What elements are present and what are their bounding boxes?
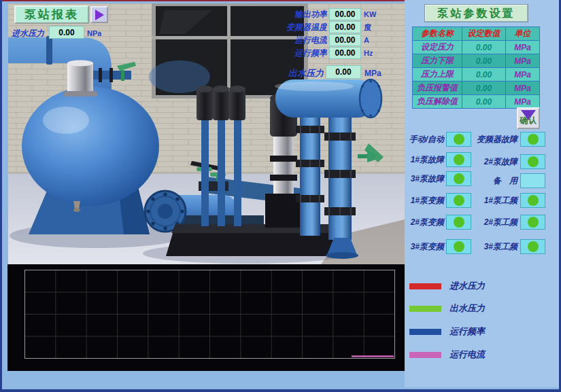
inverter-temp-unit: 度 — [364, 21, 371, 33]
chart-grid — [25, 270, 395, 359]
status-label-inverter-fault: 变频器故障 — [470, 132, 517, 147]
status-label-pump2-fault: 2#泵故障 — [470, 154, 517, 169]
trend-chart-svg — [7, 264, 405, 371]
output-power-label: 输出功率 — [271, 8, 327, 20]
status-lamp-pump2-mains — [520, 215, 545, 230]
status-label-pump2-vfd: 2#泵变频 — [402, 215, 444, 230]
param-name: 设定压力 — [413, 41, 462, 54]
status-label-pump2-mains: 2#泵工频 — [470, 215, 517, 230]
run-frequency-label: 运行频率 — [271, 47, 327, 59]
table-row: 负压解除值 0.00 MPa — [413, 95, 540, 109]
param-name: 压力下限 — [413, 54, 462, 68]
legend-label-outlet-pressure: 出水压力 — [449, 303, 485, 314]
param-name: 负压报警值 — [413, 82, 462, 95]
run-frequency-unit: Hz — [364, 47, 373, 59]
output-power-unit: KW — [364, 8, 376, 20]
play-triangle-icon — [95, 10, 104, 20]
status-lamp-spare — [520, 173, 545, 188]
lamp-on-dot — [454, 241, 464, 252]
confirm-label: 确认 — [520, 115, 537, 126]
param-value[interactable]: 0.00 — [462, 41, 506, 54]
legend-swatch-outlet-pressure — [409, 306, 441, 312]
param-name: 压力上限 — [413, 68, 462, 82]
confirm-button[interactable]: 确认 — [517, 107, 540, 129]
lamp-on-dot — [528, 241, 539, 252]
trend-chart — [7, 264, 405, 371]
status-lamp-pump3-fault — [446, 171, 471, 186]
lamp-on-dot — [454, 217, 464, 228]
legend-label-inlet-pressure: 进水压力 — [449, 281, 485, 291]
parameter-table: 参数名称 设定数值 单位 设定压力 0.00 MPa 压力下限 0.00 MPa… — [412, 26, 540, 109]
report-nav-button[interactable] — [90, 6, 108, 23]
status-lamp-pump3-mains — [520, 239, 545, 254]
table-header-row: 参数名称 设定数值 单位 — [413, 27, 540, 41]
header-manifold — [275, 79, 381, 118]
param-name: 负压解除值 — [413, 95, 462, 109]
settings-panel-title: 泵站参数设置 — [424, 4, 528, 22]
run-current-value: 00.00 — [329, 34, 361, 46]
status-label-pump1-vfd: 1#泵变频 — [402, 193, 444, 208]
col-set-value: 设定数值 — [462, 27, 506, 41]
status-lamp-pump2-fault — [520, 154, 545, 169]
status-lamp-pump1-mains — [520, 193, 545, 208]
param-value[interactable]: 0.00 — [462, 95, 506, 109]
status-lamp-manual-auto — [446, 132, 471, 147]
param-unit: MPa — [506, 54, 540, 68]
lamp-on-dot — [454, 195, 464, 206]
lamp-on-dot — [528, 156, 539, 167]
legend-label-run-current: 运行电流 — [449, 349, 485, 360]
table-row: 压力下限 0.00 MPa — [413, 54, 540, 68]
table-row: 负压报警值 0.00 MPa — [413, 82, 540, 95]
outlet-pressure-label: 出水压力 — [288, 67, 324, 79]
inverter-temp-value: 00.00 — [329, 21, 361, 33]
legend-swatch-inlet-pressure — [409, 283, 441, 289]
report-button[interactable]: 泵站报表 — [14, 5, 89, 24]
param-unit: MPa — [506, 68, 540, 82]
status-label-manual-auto: 手动/自动 — [402, 132, 444, 147]
legend-label-run-frequency: 运行频率 — [449, 326, 485, 337]
run-current-label: 运行电流 — [271, 34, 327, 46]
status-lamp-pump1-fault — [446, 152, 471, 167]
inlet-pressure-label: 进水压力 — [12, 27, 48, 39]
lamp-on-dot — [454, 134, 464, 145]
col-unit: 单位 — [506, 27, 540, 41]
lamp-on-dot — [528, 134, 539, 145]
inverter-temp-label: 变频器温度 — [271, 21, 327, 33]
lamp-on-dot — [454, 173, 464, 184]
status-label-pump1-mains: 1#泵工频 — [470, 193, 517, 208]
param-value[interactable]: 0.00 — [462, 54, 506, 68]
pump-motors-rear — [197, 86, 245, 226]
outlet-pressure-unit: MPa — [364, 67, 381, 79]
param-value[interactable]: 0.00 — [462, 68, 506, 82]
legend-swatch-run-frequency — [409, 329, 441, 335]
inlet-pressure-unit: NPa — [87, 27, 101, 39]
hmi-pump-station-screen: 泵站报表 进水压力 0.00 NPa 输出功率 00.00 KW 变频器温度 0… — [0, 0, 561, 392]
status-lamp-pump1-vfd — [446, 193, 471, 208]
status-label-pump3-vfd: 3#泵变频 — [402, 239, 444, 254]
lamp-on-dot — [454, 154, 464, 165]
outlet-pressure-value: 0.00 — [326, 65, 361, 79]
output-power-value: 00.00 — [329, 8, 361, 20]
inlet-pressure-value: 0.00 — [49, 26, 84, 39]
status-label-pump3-mains: 3#泵工频 — [470, 239, 517, 254]
param-unit: MPa — [506, 41, 540, 54]
lamp-on-dot — [528, 217, 539, 228]
status-lamp-inverter-fault — [520, 132, 545, 147]
param-unit: MPa — [506, 95, 540, 109]
table-row: 设定压力 0.00 MPa — [413, 41, 540, 54]
status-lamp-pump3-vfd — [446, 239, 471, 254]
run-frequency-value: 00.00 — [329, 47, 361, 59]
param-unit: MPa — [506, 82, 540, 95]
status-label-pump3-fault: 3#泵故障 — [402, 171, 444, 186]
run-current-unit: A — [364, 34, 369, 46]
status-lamp-pump2-vfd — [446, 215, 471, 230]
legend-swatch-run-current — [409, 352, 441, 358]
param-value[interactable]: 0.00 — [462, 82, 506, 95]
lamp-on-dot — [528, 195, 539, 206]
col-param-name: 参数名称 — [413, 27, 462, 41]
status-label-spare: 备 用 — [470, 173, 517, 188]
status-label-pump1-fault: 1#泵故障 — [402, 152, 444, 167]
table-row: 压力上限 0.00 MPa — [413, 68, 540, 82]
